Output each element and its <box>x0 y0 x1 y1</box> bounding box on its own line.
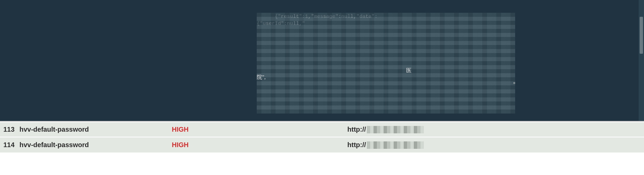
redacted-content-overlay <box>257 13 515 114</box>
severity-badge: HIGH <box>172 126 347 133</box>
redacted-url <box>367 141 424 149</box>
empty-space <box>0 153 644 175</box>
app-container: {"result":1,"message":null,"data": {"use… <box>0 0 644 175</box>
table-row[interactable]: 114 hvv-default-password HIGH http:// <box>0 137 644 153</box>
cjk-text-fragment-1: 医 <box>406 67 411 74</box>
severity-badge: HIGH <box>172 141 347 149</box>
url-cell: http:// <box>347 141 644 149</box>
results-table: 113 hvv-default-password HIGH http:// 11… <box>0 121 644 175</box>
vulnerability-name: hvv-default-password <box>19 126 172 133</box>
url-prefix: http:// <box>347 141 366 149</box>
json-quote-end: " <box>513 82 516 88</box>
scrollbar-thumb[interactable] <box>640 17 643 54</box>
row-id: 113 <box>3 126 19 133</box>
url-cell: http:// <box>347 126 644 133</box>
response-detail-panel: {"result":1,"message":null,"data": {"use… <box>0 0 644 121</box>
scrollbar-track[interactable] <box>639 0 644 121</box>
table-row[interactable]: 113 hvv-default-password HIGH http:// <box>0 122 644 137</box>
redacted-url <box>367 126 424 133</box>
row-id: 114 <box>3 141 19 149</box>
url-prefix: http:// <box>347 126 366 133</box>
vulnerability-name: hvv-default-password <box>19 141 172 149</box>
cjk-text-fragment-2: 院", <box>257 74 266 81</box>
